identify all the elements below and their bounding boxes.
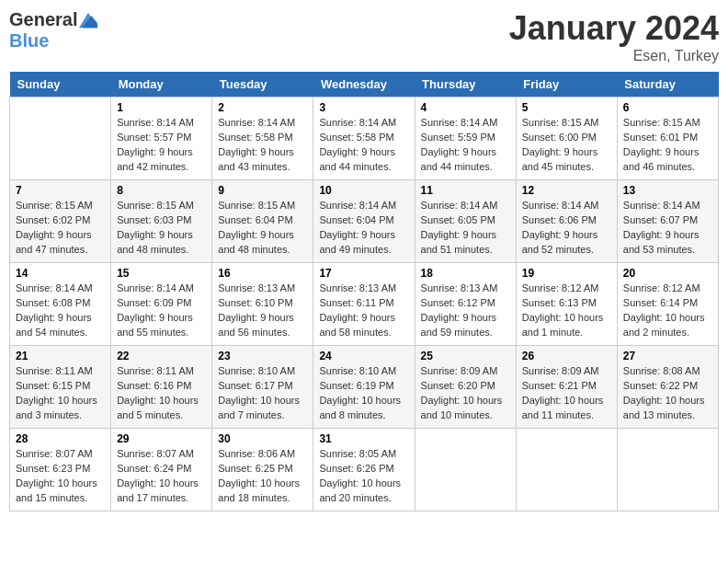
day-info: Sunrise: 8:13 AMSunset: 6:10 PMDaylight:… (218, 282, 307, 340)
calendar-week-row: 21Sunrise: 8:11 AMSunset: 6:15 PMDayligh… (10, 346, 719, 429)
day-info: Sunrise: 8:14 AMSunset: 5:57 PMDaylight:… (117, 116, 206, 175)
calendar-cell: 27Sunrise: 8:08 AMSunset: 6:22 PMDayligh… (617, 346, 718, 429)
calendar-cell: 4Sunrise: 8:14 AMSunset: 5:59 PMDaylight… (415, 98, 516, 180)
day-number: 15 (117, 267, 206, 280)
day-of-week-header: Wednesday (313, 72, 415, 98)
logo-blue: Blue (9, 30, 49, 52)
calendar-cell: 5Sunrise: 8:15 AMSunset: 6:00 PMDaylight… (516, 98, 617, 180)
day-info: Sunrise: 8:14 AMSunset: 5:59 PMDaylight:… (421, 116, 510, 175)
calendar-cell: 17Sunrise: 8:13 AMSunset: 6:11 PMDayligh… (313, 263, 415, 346)
calendar-cell: 20Sunrise: 8:12 AMSunset: 6:14 PMDayligh… (617, 263, 718, 346)
location-title: Esen, Turkey (509, 48, 719, 64)
day-number: 4 (421, 101, 510, 114)
day-info: Sunrise: 8:11 AMSunset: 6:15 PMDaylight:… (16, 364, 105, 423)
calendar-cell: 8Sunrise: 8:15 AMSunset: 6:03 PMDaylight… (111, 180, 212, 263)
calendar-cell: 11Sunrise: 8:14 AMSunset: 6:05 PMDayligh… (415, 180, 516, 263)
day-number: 2 (218, 101, 307, 114)
calendar-cell (415, 429, 516, 511)
day-number: 19 (522, 267, 611, 280)
day-info: Sunrise: 8:14 AMSunset: 6:08 PMDaylight:… (16, 282, 105, 340)
day-number: 29 (117, 432, 206, 445)
day-number: 18 (421, 267, 510, 280)
day-number: 8 (117, 184, 206, 197)
calendar-cell: 24Sunrise: 8:10 AMSunset: 6:19 PMDayligh… (313, 346, 415, 429)
calendar-cell: 25Sunrise: 8:09 AMSunset: 6:20 PMDayligh… (415, 346, 516, 429)
day-of-week-header: Tuesday (212, 72, 313, 98)
day-number: 13 (623, 184, 712, 197)
day-number: 26 (522, 350, 611, 362)
day-info: Sunrise: 8:10 AMSunset: 6:17 PMDaylight:… (218, 364, 307, 423)
day-info: Sunrise: 8:06 AMSunset: 6:25 PMDaylight:… (218, 447, 307, 506)
day-info: Sunrise: 8:14 AMSunset: 6:04 PMDaylight:… (319, 199, 408, 258)
day-number: 30 (218, 432, 307, 445)
day-number: 16 (218, 267, 307, 280)
day-number: 22 (117, 350, 206, 362)
day-number: 12 (522, 184, 611, 197)
day-info: Sunrise: 8:09 AMSunset: 6:21 PMDaylight:… (522, 364, 611, 423)
day-of-week-header: Thursday (415, 72, 516, 98)
day-number: 21 (16, 350, 105, 362)
month-title: January 2024 (509, 9, 719, 48)
calendar-cell: 30Sunrise: 8:06 AMSunset: 6:25 PMDayligh… (212, 429, 313, 511)
day-info: Sunrise: 8:13 AMSunset: 6:12 PMDaylight:… (421, 282, 510, 340)
calendar-cell: 2Sunrise: 8:14 AMSunset: 5:58 PMDaylight… (212, 98, 313, 180)
calendar-cell: 26Sunrise: 8:09 AMSunset: 6:21 PMDayligh… (516, 346, 617, 429)
day-info: Sunrise: 8:08 AMSunset: 6:22 PMDaylight:… (623, 364, 712, 423)
day-number: 6 (623, 101, 712, 114)
day-number: 5 (522, 101, 611, 114)
calendar-cell: 14Sunrise: 8:14 AMSunset: 6:08 PMDayligh… (10, 263, 111, 346)
day-info: Sunrise: 8:15 AMSunset: 6:02 PMDaylight:… (16, 199, 105, 258)
calendar-cell: 1Sunrise: 8:14 AMSunset: 5:57 PMDaylight… (111, 98, 212, 180)
calendar-cell: 18Sunrise: 8:13 AMSunset: 6:12 PMDayligh… (415, 263, 516, 346)
day-info: Sunrise: 8:12 AMSunset: 6:13 PMDaylight:… (522, 282, 611, 340)
calendar-cell (10, 98, 111, 180)
day-info: Sunrise: 8:15 AMSunset: 6:03 PMDaylight:… (117, 199, 206, 258)
day-info: Sunrise: 8:10 AMSunset: 6:19 PMDaylight:… (319, 364, 408, 423)
logo: General Blue (9, 9, 97, 52)
day-info: Sunrise: 8:14 AMSunset: 5:58 PMDaylight:… (319, 116, 408, 175)
logo-general: General (9, 9, 77, 30)
calendar-cell (617, 429, 718, 511)
day-number: 1 (117, 101, 206, 114)
calendar-cell: 21Sunrise: 8:11 AMSunset: 6:15 PMDayligh… (10, 346, 111, 429)
day-number: 14 (16, 267, 105, 280)
day-number: 31 (319, 432, 408, 445)
page-header: General Blue January 2024 Esen, Turkey (9, 9, 719, 64)
day-info: Sunrise: 8:07 AMSunset: 6:23 PMDaylight:… (16, 447, 105, 506)
day-number: 11 (421, 184, 510, 197)
title-area: January 2024 Esen, Turkey (509, 9, 719, 64)
calendar-cell: 22Sunrise: 8:11 AMSunset: 6:16 PMDayligh… (111, 346, 212, 429)
day-number: 27 (623, 350, 712, 362)
calendar-cell: 15Sunrise: 8:14 AMSunset: 6:09 PMDayligh… (111, 263, 212, 346)
day-number: 20 (623, 267, 712, 280)
calendar-cell: 19Sunrise: 8:12 AMSunset: 6:13 PMDayligh… (516, 263, 617, 346)
calendar-cell (516, 429, 617, 511)
day-number: 25 (421, 350, 510, 362)
day-number: 10 (319, 184, 408, 197)
day-of-week-header: Sunday (10, 72, 111, 98)
day-info: Sunrise: 8:12 AMSunset: 6:14 PMDaylight:… (623, 282, 712, 340)
calendar-cell: 31Sunrise: 8:05 AMSunset: 6:26 PMDayligh… (313, 429, 415, 511)
day-info: Sunrise: 8:15 AMSunset: 6:00 PMDaylight:… (522, 116, 611, 175)
day-info: Sunrise: 8:14 AMSunset: 6:06 PMDaylight:… (522, 199, 611, 258)
calendar-header-row: SundayMondayTuesdayWednesdayThursdayFrid… (10, 72, 719, 98)
calendar-week-row: 7Sunrise: 8:15 AMSunset: 6:02 PMDaylight… (10, 180, 719, 263)
day-info: Sunrise: 8:05 AMSunset: 6:26 PMDaylight:… (319, 447, 408, 506)
day-number: 23 (218, 350, 307, 362)
calendar-table: SundayMondayTuesdayWednesdayThursdayFrid… (9, 72, 719, 511)
calendar-cell: 28Sunrise: 8:07 AMSunset: 6:23 PMDayligh… (10, 429, 111, 511)
day-info: Sunrise: 8:14 AMSunset: 6:07 PMDaylight:… (623, 199, 712, 258)
day-info: Sunrise: 8:11 AMSunset: 6:16 PMDaylight:… (117, 364, 206, 423)
calendar-cell: 9Sunrise: 8:15 AMSunset: 6:04 PMDaylight… (212, 180, 313, 263)
day-of-week-header: Saturday (617, 72, 718, 98)
day-of-week-header: Friday (516, 72, 617, 98)
calendar-cell: 7Sunrise: 8:15 AMSunset: 6:02 PMDaylight… (10, 180, 111, 263)
calendar-cell: 23Sunrise: 8:10 AMSunset: 6:17 PMDayligh… (212, 346, 313, 429)
calendar-cell: 29Sunrise: 8:07 AMSunset: 6:24 PMDayligh… (111, 429, 212, 511)
day-info: Sunrise: 8:15 AMSunset: 6:04 PMDaylight:… (218, 199, 307, 258)
logo-icon (79, 11, 97, 29)
calendar-cell: 3Sunrise: 8:14 AMSunset: 5:58 PMDaylight… (313, 98, 415, 180)
day-number: 17 (319, 267, 408, 280)
day-info: Sunrise: 8:15 AMSunset: 6:01 PMDaylight:… (623, 116, 712, 175)
day-number: 7 (16, 184, 105, 197)
